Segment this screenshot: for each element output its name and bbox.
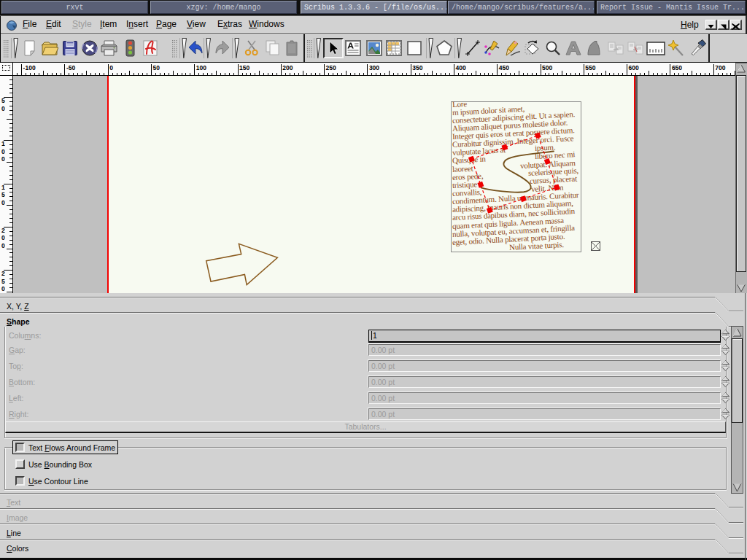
svg-text:300: 300 — [369, 64, 379, 71]
svg-text:350: 350 — [412, 64, 422, 71]
svg-text:2: 2 — [1, 227, 5, 234]
svg-text:5: 5 — [1, 97, 5, 104]
svg-text:1: 1 — [1, 140, 5, 147]
svg-text:450: 450 — [499, 64, 509, 71]
svg-text:50: 50 — [153, 64, 160, 71]
svg-text:0: 0 — [1, 242, 5, 249]
svg-text:5: 5 — [1, 278, 5, 285]
svg-text:-100: -100 — [23, 64, 36, 71]
svg-text:0: 0 — [1, 234, 5, 241]
svg-text:550: 550 — [585, 64, 595, 71]
svg-text:600: 600 — [629, 64, 639, 71]
svg-text:0: 0 — [1, 105, 5, 112]
svg-text:1: 1 — [1, 184, 5, 191]
svg-text:500: 500 — [542, 64, 552, 71]
svg-text:100: 100 — [196, 64, 206, 71]
svg-text:5: 5 — [1, 191, 5, 198]
svg-text:200: 200 — [282, 64, 293, 71]
svg-text:0: 0 — [1, 148, 5, 155]
svg-text:2: 2 — [1, 270, 5, 277]
svg-text:0: 0 — [1, 199, 5, 206]
svg-text:150: 150 — [239, 64, 249, 71]
svg-text:-50: -50 — [66, 64, 76, 71]
svg-text:250: 250 — [326, 64, 336, 71]
svg-text:700: 700 — [715, 64, 725, 71]
svg-text:650: 650 — [672, 64, 682, 71]
svg-text:0: 0 — [109, 64, 113, 71]
svg-text:400: 400 — [456, 64, 466, 71]
svg-text:0: 0 — [1, 155, 5, 163]
svg-text:0: 0 — [1, 285, 5, 292]
